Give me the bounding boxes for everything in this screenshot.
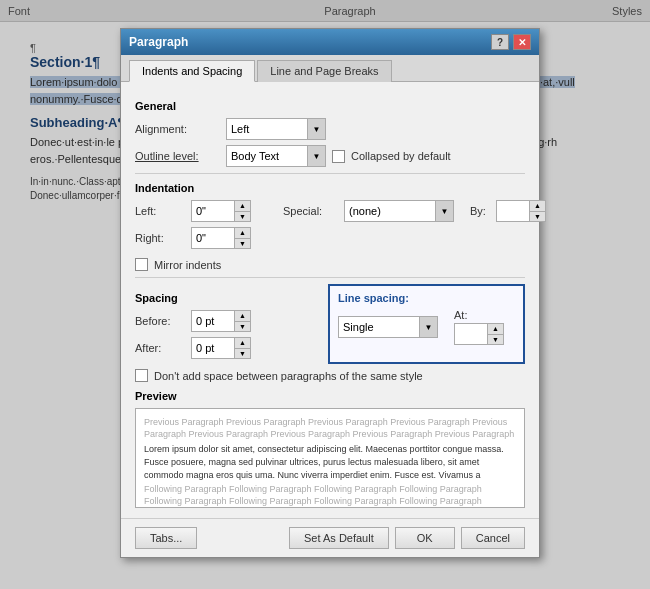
outline-arrow: ▼ bbox=[307, 146, 325, 166]
line-spacing-box: Line spacing: Single ▼ At: ▲ ▼ bbox=[328, 284, 525, 364]
alignment-label: Alignment: bbox=[135, 123, 220, 135]
alignment-row: Alignment: Left ▼ bbox=[135, 118, 525, 140]
spacing-left-col: Spacing Before: ▲ ▼ After: bbox=[135, 284, 312, 364]
indent-left-row: Left: ▲ ▼ bbox=[135, 200, 251, 222]
left-spinbox[interactable]: ▲ ▼ bbox=[191, 200, 251, 222]
indent-right-row: Right: ▲ ▼ bbox=[135, 227, 251, 249]
dialog-tabs: Indents and Spacing Line and Page Breaks bbox=[121, 55, 539, 82]
title-buttons: ? ✕ bbox=[491, 34, 531, 50]
preview-label: Preview bbox=[135, 390, 525, 402]
outline-row: Outline level: Body Text ▼ Collapsed by … bbox=[135, 145, 525, 167]
divider-2 bbox=[135, 277, 525, 278]
by-spinbox[interactable]: ▲ ▼ bbox=[496, 200, 546, 222]
cancel-button[interactable]: Cancel bbox=[461, 527, 525, 549]
at-input[interactable] bbox=[455, 324, 487, 344]
line-spacing-arrow: ▼ bbox=[419, 317, 437, 337]
alignment-select[interactable]: Left ▼ bbox=[226, 118, 326, 140]
by-arrows: ▲ ▼ bbox=[529, 201, 545, 221]
line-spacing-row: Single ▼ At: ▲ ▼ bbox=[338, 309, 515, 345]
special-label: Special: bbox=[283, 205, 338, 217]
at-up[interactable]: ▲ bbox=[488, 324, 503, 335]
at-label: At: bbox=[454, 309, 504, 321]
before-arrows: ▲ ▼ bbox=[234, 311, 250, 331]
after-down[interactable]: ▼ bbox=[235, 349, 250, 359]
ok-button[interactable]: OK bbox=[395, 527, 455, 549]
dont-add-row: Don't add space between paragraphs of th… bbox=[135, 369, 525, 382]
right-up[interactable]: ▲ bbox=[235, 228, 250, 239]
after-spinbox[interactable]: ▲ ▼ bbox=[191, 337, 251, 359]
spacing-label: Spacing bbox=[135, 292, 312, 304]
right-input[interactable] bbox=[192, 228, 234, 248]
right-down[interactable]: ▼ bbox=[235, 239, 250, 249]
left-label: Left: bbox=[135, 205, 185, 217]
collapsed-checkbox[interactable] bbox=[332, 150, 345, 163]
right-spinbox[interactable]: ▲ ▼ bbox=[191, 227, 251, 249]
line-spacing-title: Line spacing: bbox=[338, 292, 515, 304]
indent-left-col: Left: ▲ ▼ Right: ▲ bbox=[135, 200, 251, 254]
special-row: Special: (none) ▼ By: ▲ ▼ bbox=[283, 200, 546, 222]
alignment-arrow: ▼ bbox=[307, 119, 325, 139]
preview-main-para: Lorem ipsum dolor sit amet, consectetur … bbox=[144, 443, 516, 481]
mirror-row: Mirror indents bbox=[135, 258, 525, 271]
footer-right-buttons: Set As Default OK Cancel bbox=[289, 527, 525, 549]
tab-line-page-breaks[interactable]: Line and Page Breaks bbox=[257, 60, 391, 82]
indentation-rows: Left: ▲ ▼ Right: ▲ bbox=[135, 200, 525, 254]
mirror-checkbox[interactable] bbox=[135, 258, 148, 271]
left-down[interactable]: ▼ bbox=[235, 212, 250, 222]
after-label: After: bbox=[135, 342, 185, 354]
set-default-button[interactable]: Set As Default bbox=[289, 527, 389, 549]
after-arrows: ▲ ▼ bbox=[234, 338, 250, 358]
indent-special-col: Special: (none) ▼ By: ▲ ▼ bbox=[283, 200, 546, 254]
before-up[interactable]: ▲ bbox=[235, 311, 250, 322]
divider-1 bbox=[135, 173, 525, 174]
after-input[interactable] bbox=[192, 338, 234, 358]
right-arrows: ▲ ▼ bbox=[234, 228, 250, 248]
preview-prev-para: Previous Paragraph Previous Paragraph Pr… bbox=[144, 417, 516, 440]
special-arrow: ▼ bbox=[435, 201, 453, 221]
before-label: Before: bbox=[135, 315, 185, 327]
by-up[interactable]: ▲ bbox=[530, 201, 545, 212]
at-arrows: ▲ ▼ bbox=[487, 324, 503, 344]
by-input[interactable] bbox=[497, 201, 529, 221]
at-field: At: ▲ ▼ bbox=[454, 309, 504, 345]
dont-add-label: Don't add space between paragraphs of th… bbox=[154, 370, 423, 382]
at-down[interactable]: ▼ bbox=[488, 335, 503, 345]
preview-next-para: Following Paragraph Following Paragraph … bbox=[144, 484, 516, 508]
after-up[interactable]: ▲ bbox=[235, 338, 250, 349]
help-button[interactable]: ? bbox=[491, 34, 509, 50]
by-label: By: bbox=[470, 205, 486, 217]
by-down[interactable]: ▼ bbox=[530, 212, 545, 222]
paragraph-dialog: Paragraph ? ✕ Indents and Spacing Line a… bbox=[120, 28, 540, 558]
line-spacing-select[interactable]: Single ▼ bbox=[338, 316, 438, 338]
dont-add-checkbox[interactable] bbox=[135, 369, 148, 382]
preview-section: Preview Previous Paragraph Previous Para… bbox=[135, 390, 525, 508]
right-label: Right: bbox=[135, 232, 185, 244]
preview-box: Previous Paragraph Previous Paragraph Pr… bbox=[135, 408, 525, 508]
before-down[interactable]: ▼ bbox=[235, 322, 250, 332]
dialog-title: Paragraph bbox=[129, 35, 188, 49]
before-spinbox[interactable]: ▲ ▼ bbox=[191, 310, 251, 332]
dialog-body: General Alignment: Left ▼ Outline level:… bbox=[121, 82, 539, 518]
left-up[interactable]: ▲ bbox=[235, 201, 250, 212]
dialog-footer: Tabs... Set As Default OK Cancel bbox=[121, 518, 539, 557]
indentation-label: Indentation bbox=[135, 182, 525, 194]
special-select[interactable]: (none) ▼ bbox=[344, 200, 454, 222]
left-arrows: ▲ ▼ bbox=[234, 201, 250, 221]
tabs-button[interactable]: Tabs... bbox=[135, 527, 197, 549]
after-row: After: ▲ ▼ bbox=[135, 337, 312, 359]
before-row: Before: ▲ ▼ bbox=[135, 310, 312, 332]
outline-label: Outline level: bbox=[135, 150, 220, 162]
tab-indents-spacing[interactable]: Indents and Spacing bbox=[129, 60, 255, 82]
collapsed-label: Collapsed by default bbox=[351, 150, 451, 162]
at-spinbox[interactable]: ▲ ▼ bbox=[454, 323, 504, 345]
close-button[interactable]: ✕ bbox=[513, 34, 531, 50]
before-input[interactable] bbox=[192, 311, 234, 331]
dialog-titlebar: Paragraph ? ✕ bbox=[121, 29, 539, 55]
general-section-label: General bbox=[135, 100, 525, 112]
mirror-label: Mirror indents bbox=[154, 259, 221, 271]
outline-select[interactable]: Body Text ▼ bbox=[226, 145, 326, 167]
spacing-section: Spacing Before: ▲ ▼ After: bbox=[135, 284, 525, 364]
left-input[interactable] bbox=[192, 201, 234, 221]
